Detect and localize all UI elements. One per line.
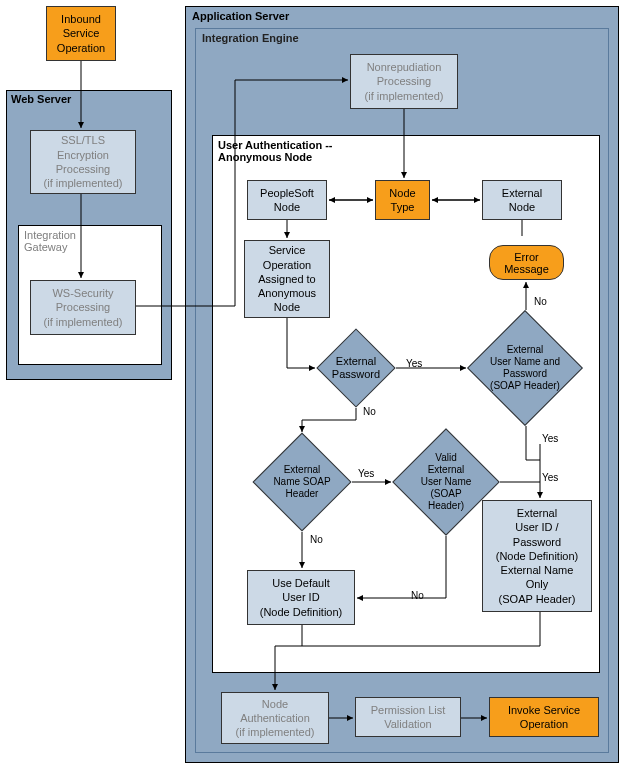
external-node-box: External Node	[482, 180, 562, 220]
no-2: No	[534, 296, 547, 307]
yes-3: Yes	[358, 468, 374, 479]
ws-security-box: WS-Security Processing (if implemented)	[30, 280, 136, 335]
permlist-label: Permission List Validation	[371, 703, 446, 732]
inbound-service-op: Inbound Service Operation	[46, 6, 116, 61]
no-3: No	[310, 534, 323, 545]
extidpwd-label: External User ID / Password (Node Defini…	[496, 506, 579, 606]
nonrep-label: Nonrepudiation Processing (if implemente…	[365, 60, 444, 103]
no-4: No	[411, 590, 424, 601]
auth-title: User Authentication -- Anonymous Node	[218, 139, 333, 163]
extidpwd-box: External User ID / Password (Node Defini…	[482, 500, 592, 612]
int-engine-title: Integration Engine	[202, 32, 299, 44]
yes-4: Yes	[542, 472, 558, 483]
svcop-box: Service Operation Assigned to Anonymous …	[244, 240, 330, 318]
no-1: No	[363, 406, 376, 417]
permlist-box: Permission List Validation	[355, 697, 461, 737]
errmsg-label: Error Message	[504, 251, 549, 275]
peoplesoft-node-box: PeopleSoft Node	[247, 180, 327, 220]
nodetype-label: Node Type	[389, 186, 415, 215]
ext-password-diamond: External Password	[316, 328, 396, 408]
ssl-box: SSL/TLS Encryption Processing (if implem…	[30, 130, 136, 194]
inbound-label: Inbound Service Operation	[57, 12, 105, 55]
ws-label: WS-Security Processing (if implemented)	[44, 286, 123, 329]
nodeauth-label: Node Authentication (if implemented)	[236, 697, 315, 740]
ext-unpwd-diamond: External User Name and Password (SOAP He…	[467, 310, 583, 426]
yes-1: Yes	[406, 358, 422, 369]
extname-diamond: External Name SOAP Header	[252, 432, 352, 532]
invoke-label: Invoke Service Operation	[508, 703, 580, 732]
app-server-title: Application Server	[192, 10, 289, 22]
usedefault-label: Use Default User ID (Node Definition)	[260, 576, 343, 619]
ig-title: Integration Gateway	[24, 229, 76, 253]
nodeauth-box: Node Authentication (if implemented)	[221, 692, 329, 744]
web-server-title: Web Server	[11, 93, 71, 105]
invoke-box: Invoke Service Operation	[489, 697, 599, 737]
nonrep-box: Nonrepudiation Processing (if implemente…	[350, 54, 458, 109]
svcop-label: Service Operation Assigned to Anonymous …	[258, 243, 316, 314]
error-message-pill: Error Message	[489, 245, 564, 280]
ssl-label: SSL/TLS Encryption Processing (if implem…	[44, 133, 123, 190]
yes-2: Yes	[542, 433, 558, 444]
extnode-label: External Node	[502, 186, 542, 215]
usedefault-box: Use Default User ID (Node Definition)	[247, 570, 355, 625]
node-type-box: Node Type	[375, 180, 430, 220]
psoft-label: PeopleSoft Node	[260, 186, 314, 215]
